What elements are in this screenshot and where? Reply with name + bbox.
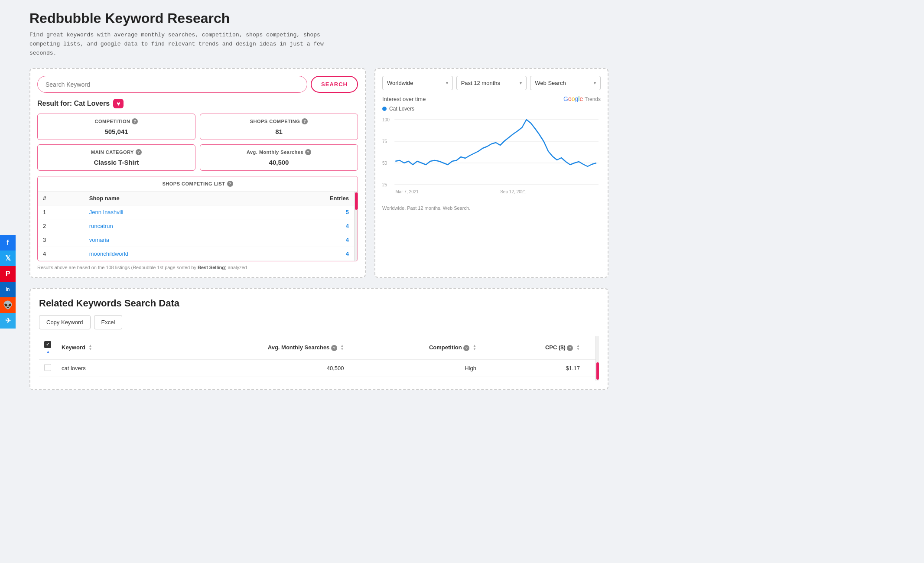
copy-keyword-button[interactable]: Copy Keyword [39,315,91,329]
shops-competing-box: SHOPS COMPETING ? 81 [200,114,358,140]
related-actions: Copy Keyword Excel [39,315,599,329]
keyword-sort-icon[interactable]: ▲▼ [89,344,92,351]
top-section: SEARCH Result for: Cat Lovers ♥ COMPETIT… [29,68,608,278]
related-scrollbar[interactable] [595,336,599,381]
dropdowns-row: Worldwide ▾ Past 12 months ▾ Web Search … [382,76,601,90]
col-spacer [585,336,595,359]
shops-list-section: SHOPS COMPETING LIST ? # Shop name Entri… [37,176,358,261]
period-dropdown[interactable]: Past 12 months ▾ [456,76,527,90]
svg-text:Mar 7, 2021: Mar 7, 2021 [395,189,419,194]
select-all-checkbox[interactable]: ✓ [44,341,51,348]
result-header: Result for: Cat Lovers ♥ [37,99,358,108]
svg-text:25: 25 [382,182,387,187]
google-trends-logo: Google Trends [563,95,601,102]
svg-text:50: 50 [382,161,387,166]
col-shop-name: Shop name [84,192,254,205]
telegram-button[interactable]: ✈ [0,313,16,329]
search-button[interactable]: SEARCH [311,76,358,93]
avg-monthly-cell: 40,500 [150,359,349,377]
svg-text:100: 100 [382,117,390,122]
cpc-help-icon[interactable]: ? [567,345,573,351]
left-panel: SEARCH Result for: Cat Lovers ♥ COMPETIT… [29,68,366,278]
competition-help-icon[interactable]: ? [132,118,138,124]
avg-monthly-help-icon[interactable]: ? [305,149,311,155]
cpc-cell: $1.17 [482,359,585,377]
entry-count-1: 5 [346,209,349,215]
chart-container: 100 75 50 25 Mar 7, 2021 Sep 12, 2021 [382,115,601,202]
table-row: 1 Jenn Inashvili 5 [38,205,354,219]
search-input[interactable] [37,76,307,93]
row-checkbox[interactable] [44,364,51,371]
result-footer: Results above are based on the 108 listi… [37,265,358,270]
pinterest-button[interactable]: P [0,266,16,282]
shops-list-help-icon[interactable]: ? [227,181,233,187]
legend-dot [382,107,387,111]
shops-competing-help-icon[interactable]: ? [302,118,308,124]
shop-link-4[interactable]: moonchildworld [89,251,128,257]
worldwide-dropdown[interactable]: Worldwide ▾ [382,76,453,90]
rank-3: 3 [38,233,84,247]
interest-label: Interest over time [382,96,426,102]
related-title: Related Keywords Search Data [39,298,599,309]
rank-2: 2 [38,219,84,233]
shop-link-2[interactable]: runcatrun [89,223,113,229]
col-competition: Competition ? ▲▼ [349,336,482,359]
related-table: ✓ ▲ Keyword ▲▼ Avg. Monthly Searches [39,336,595,377]
avg-monthly-label: Avg. Monthly Searches ? [206,149,351,155]
twitter-button[interactable]: 𝕏 [0,251,16,266]
table-row: 4 moonchildworld 4 [38,247,354,261]
entry-count-3: 4 [346,237,349,243]
rank-1: 1 [38,205,84,219]
reddit-button[interactable]: 👽 [0,297,16,313]
shops-competing-label: SHOPS COMPETING ? [206,118,351,124]
row-checkbox-cell [39,359,56,377]
social-sidebar: f 𝕏 P in 👽 ✈ [0,235,16,329]
col-rank: # [38,192,84,205]
avg-monthly-help-icon-related[interactable]: ? [331,345,337,351]
svg-text:Sep 12, 2021: Sep 12, 2021 [500,189,526,194]
cpc-sort-icon[interactable]: ▲▼ [576,344,580,351]
legend-label: Cat Lovers [389,106,414,112]
main-category-box: MAIN CATEGORY ? Classic T-Shirt [37,144,195,171]
related-table-row: cat lovers 40,500 High $1.17 [39,359,595,377]
main-category-help-icon[interactable]: ? [136,149,142,155]
shops-list-header: SHOPS COMPETING LIST ? [38,176,358,192]
col-checkbox: ✓ ▲ [39,336,56,359]
stats-grid: COMPETITION ? 505,041 SHOPS COMPETING ? … [37,114,358,171]
heart-badge[interactable]: ♥ [113,99,124,108]
avg-monthly-sort-icon[interactable]: ▲▼ [341,344,344,351]
competition-help-icon-related[interactable]: ? [463,345,469,351]
col-avg-monthly: Avg. Monthly Searches ? ▲▼ [150,336,349,359]
chart-footer: Worldwide. Past 12 months. Web Search. [382,205,601,211]
main-category-value: Classic T-Shirt [44,159,189,166]
col-entries: Entries [253,192,354,205]
worldwide-chevron-icon: ▾ [446,81,448,85]
search-type-dropdown[interactable]: Web Search ▾ [530,76,601,90]
page-description: Find great keywords with average monthly… [29,31,324,58]
shop-link-3[interactable]: vomaria [89,237,109,243]
excel-button[interactable]: Excel [94,315,123,329]
rank-4: 4 [38,247,84,261]
trends-header-row: Interest over time Google Trends [382,95,601,102]
table-row: 3 vomaria 4 [38,233,354,247]
search-type-chevron-icon: ▾ [594,81,596,85]
main-category-label: MAIN CATEGORY ? [44,149,189,155]
page-title: Redbubble Keyword Research [29,10,608,26]
avg-monthly-box: Avg. Monthly Searches ? 40,500 [200,144,358,171]
result-label: Result for: Cat Lovers [37,100,110,107]
entry-count-4: 4 [346,251,349,257]
trend-line [395,120,596,166]
col-keyword: Keyword ▲▼ [56,336,150,359]
trend-chart: 100 75 50 25 Mar 7, 2021 Sep 12, 2021 [382,115,601,202]
competition-sort-icon[interactable]: ▲▼ [473,344,476,351]
competition-label: COMPETITION ? [44,118,189,124]
scroll-bar[interactable] [354,192,358,261]
competition-value: 505,041 [44,128,189,135]
shop-link-1[interactable]: Jenn Inashvili [89,209,124,215]
related-section: Related Keywords Search Data Copy Keywor… [29,288,608,390]
scroll-spacer [585,359,595,377]
competition-box: COMPETITION ? 505,041 [37,114,195,140]
linkedin-button[interactable]: in [0,282,16,297]
table-row: 2 runcatrun 4 [38,219,354,233]
facebook-button[interactable]: f [0,235,16,251]
